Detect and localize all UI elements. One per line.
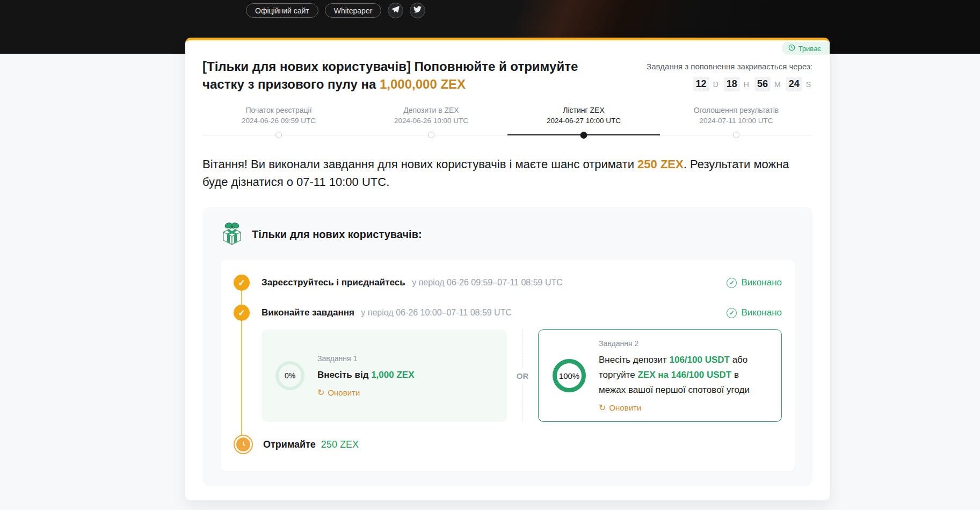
reward-title: Отримайте — [263, 439, 316, 450]
check-circle-icon: ✓ — [234, 305, 250, 321]
status-badge: Триває — [782, 42, 830, 55]
task2-box: 100% Завдання 2 Внесіть депозит 106/100 … — [538, 329, 782, 422]
congrats-message: Вітання! Ви виконали завдання для нових … — [202, 155, 812, 191]
whitepaper-button[interactable]: Whitepaper — [325, 3, 382, 18]
congrats-reward-amount: 250 ZEX — [637, 157, 684, 171]
official-site-button[interactable]: Офіційний сайт — [246, 3, 318, 18]
telegram-icon — [391, 5, 400, 16]
countdown-minutes: 56 — [754, 77, 771, 91]
countdown-label: Завдання з поповнення закривається через… — [647, 62, 812, 71]
clock-icon — [788, 44, 795, 53]
task1-text: Внесіть від 1,000 ZEX — [317, 368, 414, 383]
check-outline-icon: ✓ — [727, 278, 737, 288]
timeline-dot — [275, 132, 282, 138]
topbar-actions: Офіційний сайт Whitepaper — [246, 3, 425, 18]
task-complete-title: Виконайте завдання — [262, 307, 354, 318]
check-circle-icon: ✓ — [234, 275, 250, 291]
telegram-button[interactable] — [388, 3, 403, 18]
countdown: Завдання з поповнення закривається через… — [647, 58, 812, 93]
timeline-dot — [733, 132, 739, 138]
pending-clock-icon — [234, 435, 253, 454]
campaign-card: Триває [Тільки для нових користувачів] П… — [185, 38, 830, 500]
new-users-section: Тільки для нових користувачів: ✓ Зареєст… — [202, 207, 812, 486]
task-register-period: у період 06-26 09:59–07-11 08:59 UTC — [412, 278, 563, 287]
task1-refresh-button[interactable]: ↻ Оновити — [317, 388, 414, 397]
timeline-step-results: Оголошення результатів 2024-07-11 10:00 … — [660, 106, 812, 139]
task1-box: 0% Завдання 1 Внесіть від 1,000 ZEX ↻ Он… — [262, 329, 507, 422]
status-done-badge: ✓ Виконано — [727, 277, 782, 288]
check-outline-icon: ✓ — [727, 308, 737, 318]
countdown-hours: 18 — [724, 77, 740, 91]
refresh-icon: ↻ — [317, 389, 324, 397]
status-done-badge: ✓ Виконано — [727, 307, 782, 318]
task2-text: Внесіть депозит 106/100 USDT або торгуйт… — [599, 353, 767, 398]
task-register-title: Зареєструйтесь і приєднайтесь — [262, 277, 405, 288]
or-label: OR — [517, 368, 529, 384]
timeline-step-deposits: Депозити в ZEX 2024-06-26 10:00 UTC — [355, 106, 507, 139]
timeline-step-listing: Лістинг ZEX 2024-06-27 10:00 UTC — [507, 106, 660, 139]
reward-row: Отримайте 250 ZEX — [234, 435, 782, 454]
timeline-dot — [428, 132, 434, 138]
task-options-row: 0% Завдання 1 Внесіть від 1,000 ZEX ↻ Он… — [262, 329, 782, 422]
timeline: Початок реєстрації 2024-06-26 09:59 UTC … — [202, 106, 812, 139]
timeline-dot-active — [580, 132, 587, 139]
task-row-complete: ✓ Виконайте завдання у період 06-26 10:0… — [234, 305, 782, 321]
task1-label: Завдання 1 — [317, 354, 414, 363]
or-divider: OR — [507, 329, 538, 422]
reward-amount: 250 ZEX — [321, 439, 359, 450]
status-badge-label: Триває — [798, 45, 821, 53]
countdown-seconds: 24 — [786, 77, 802, 91]
task2-refresh-button[interactable]: ↻ Оновити — [599, 403, 767, 412]
task2-progress-ring: 100% — [553, 359, 586, 392]
task2-label: Завдання 2 — [599, 339, 767, 348]
countdown-days: 12 — [693, 77, 709, 91]
prize-pool-amount: 1,000,000 ZEX — [380, 77, 466, 91]
task-row-register: ✓ Зареєструйтесь і приєднайтесь у період… — [234, 275, 782, 291]
page-title: [Тільки для нових користувачів] Поповнюй… — [202, 58, 578, 93]
task-complete-period: у період 06-26 10:00–07-11 08:59 UTC — [361, 308, 512, 317]
tasks-card: ✓ Зареєструйтесь і приєднайтесь у період… — [221, 260, 795, 471]
twitter-button[interactable] — [410, 3, 425, 18]
gift-icon — [221, 221, 243, 248]
twitter-icon — [413, 5, 422, 16]
section-title: Тільки для нових користувачів: — [252, 228, 422, 241]
refresh-icon: ↻ — [599, 404, 606, 412]
timeline-step-registration: Початок реєстрації 2024-06-26 09:59 UTC — [202, 106, 355, 139]
task1-progress-ring: 0% — [275, 361, 304, 390]
